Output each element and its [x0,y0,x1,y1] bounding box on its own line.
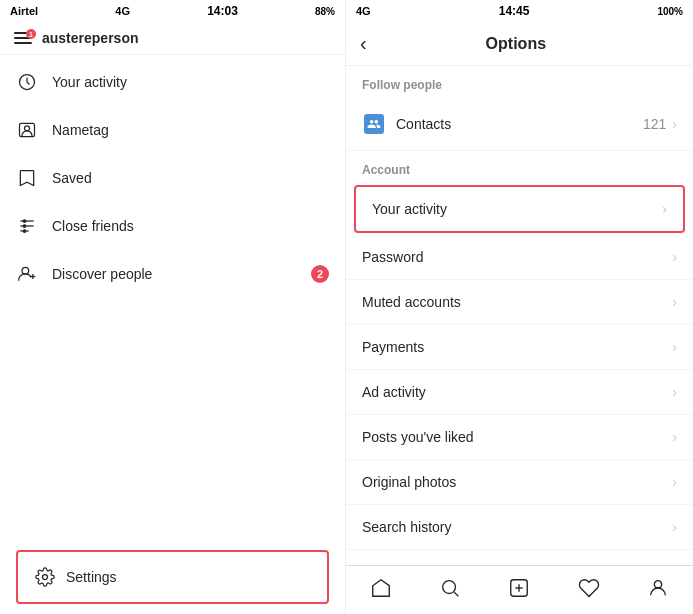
menu-item-your-activity[interactable]: Your activity [0,58,345,106]
payments-label: Payments [362,339,672,355]
mobile-data-use-item[interactable]: Mobile data use › [346,550,693,565]
clock-icon [16,71,38,93]
left-panel: Airtel 4G 14:03 88% 1 austereperson foll… [0,0,346,614]
svg-point-18 [655,580,662,587]
settings-label: Settings [66,569,117,585]
ad-activity-label: Ad activity [362,384,672,400]
menu-saved-label: Saved [52,170,92,186]
left-header: 1 austereperson [0,22,345,55]
search-nav-button[interactable] [433,571,467,610]
ad-activity-item[interactable]: Ad activity › [346,370,693,415]
search-history-item[interactable]: Search history › [346,505,693,550]
discover-people-badge: 2 [311,265,329,283]
left-battery: 88% [315,6,335,17]
contacts-icon [362,112,386,136]
svg-point-13 [443,580,456,593]
right-battery: 100% [657,6,683,17]
contacts-item[interactable]: Contacts 121 › [346,98,693,151]
muted-accounts-item[interactable]: Muted accounts › [346,280,693,325]
profile-nav-button[interactable] [641,571,675,610]
ad-activity-chevron: › [672,384,677,400]
left-status-icons: 88% [315,6,335,17]
username-label: austereperson [42,30,138,46]
back-button[interactable]: ‹ [360,32,367,55]
list-star-icon [16,215,38,237]
muted-accounts-label: Muted accounts [362,294,672,310]
original-photos-chevron: › [672,474,677,490]
hamburger-badge: 1 [26,29,36,39]
menu-nametag-label: Nametag [52,122,109,138]
svg-point-2 [25,126,30,131]
menu-item-close-friends[interactable]: Close friends [0,202,345,250]
home-nav-button[interactable] [364,571,398,610]
gear-icon [34,566,56,588]
contacts-label: Contacts [396,116,643,132]
bottom-navigation [346,565,693,614]
svg-point-7 [23,225,26,228]
right-carrier: 4G [356,5,371,17]
left-carrier: Airtel [10,5,38,17]
your-activity-label: Your activity [372,201,662,217]
svg-point-9 [22,267,29,274]
right-nav-bar: ‹ Options [346,22,693,66]
right-time: 14:45 [499,4,530,18]
menu-discover-people-label: Discover people [52,266,152,282]
nametag-icon [16,119,38,141]
password-item[interactable]: Password › [346,235,693,280]
posts-liked-chevron: › [672,429,677,445]
svg-point-6 [23,220,26,223]
contacts-chevron: › [672,116,677,132]
menu-your-activity-label: Your activity [52,74,127,90]
contacts-value: 121 [643,116,666,132]
right-panel: 4G 14:45 100% ‹ Options Follow people Co… [346,0,693,614]
heart-nav-button[interactable] [572,571,606,610]
page-title: Options [377,35,655,53]
person-add-icon [16,263,38,285]
payments-chevron: › [672,339,677,355]
your-activity-chevron: › [662,201,667,217]
search-history-label: Search history [362,519,672,535]
svg-point-12 [43,575,48,580]
password-chevron: › [672,249,677,265]
right-status-bar: 4G 14:45 100% [346,0,693,22]
left-time: 14:03 [207,4,238,18]
password-label: Password [362,249,672,265]
add-nav-button[interactable] [502,571,536,610]
svg-point-8 [23,230,26,233]
settings-footer: Settings [16,550,329,604]
settings-button[interactable]: Settings [18,552,327,602]
your-activity-highlighted: Your activity › [354,185,685,233]
right-status-icons: 100% [657,6,683,17]
search-history-chevron: › [672,519,677,535]
your-activity-item[interactable]: Your activity › [356,187,683,231]
options-list: Follow people Contacts 121 › Account You… [346,66,693,565]
payments-item[interactable]: Payments › [346,325,693,370]
left-status-bar: Airtel 4G 14:03 88% [0,0,345,22]
bookmark-icon [16,167,38,189]
posts-youve-liked-item[interactable]: Posts you've liked › [346,415,693,460]
svg-line-14 [454,592,458,596]
posts-youve-liked-label: Posts you've liked [362,429,672,445]
slide-menu: Your activity Nametag Saved [0,58,345,614]
left-network: 4G [115,5,130,17]
muted-accounts-chevron: › [672,294,677,310]
follow-people-header: Follow people [346,66,693,98]
menu-item-saved[interactable]: Saved [0,154,345,202]
menu-close-friends-label: Close friends [52,218,134,234]
account-header: Account [346,151,693,183]
original-photos-item[interactable]: Original photos › [346,460,693,505]
menu-item-nametag[interactable]: Nametag [0,106,345,154]
hamburger-menu-button[interactable]: 1 [14,32,32,44]
original-photos-label: Original photos [362,474,672,490]
menu-item-discover-people[interactable]: Discover people 2 [0,250,345,298]
